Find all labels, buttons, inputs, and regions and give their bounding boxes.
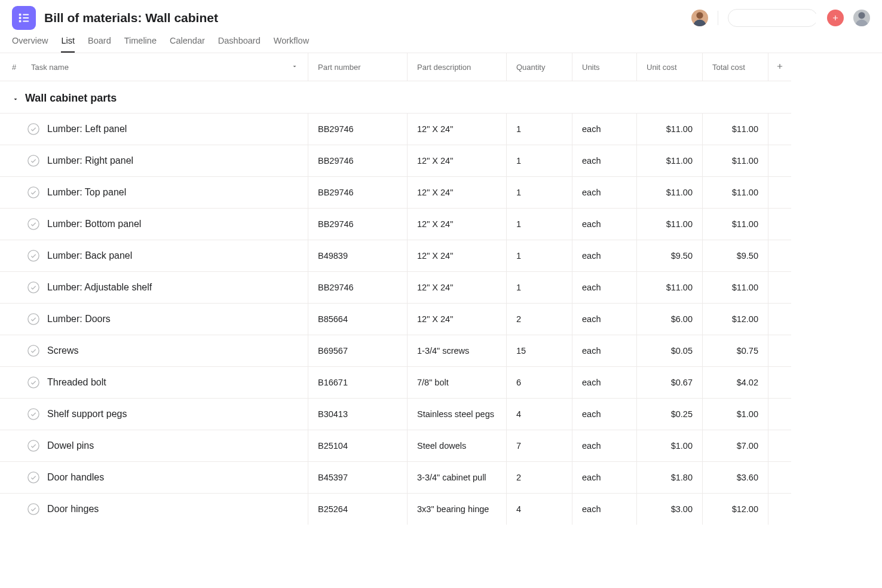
unit-cost-cell[interactable]: $11.00 xyxy=(637,176,703,208)
description-cell[interactable]: 3-3/4" cabinet pull xyxy=(408,461,507,493)
quantity-cell[interactable]: 7 xyxy=(507,430,572,461)
complete-check-icon[interactable] xyxy=(27,186,40,199)
complete-check-icon[interactable] xyxy=(27,503,40,516)
units-cell[interactable]: each xyxy=(572,176,637,208)
tab-calendar[interactable]: Calendar xyxy=(170,36,205,53)
total-cost-cell[interactable]: $12.00 xyxy=(703,303,768,335)
units-cell[interactable]: each xyxy=(572,303,637,335)
description-cell[interactable]: 12" X 24" xyxy=(408,240,507,271)
add-button[interactable] xyxy=(827,10,844,26)
column-part-number[interactable]: Part number xyxy=(308,53,408,81)
project-icon[interactable] xyxy=(12,6,36,30)
complete-check-icon[interactable] xyxy=(27,249,40,262)
task-row[interactable]: Lumber: Back panel xyxy=(0,240,308,271)
task-row[interactable]: Lumber: Right panel xyxy=(0,145,308,176)
complete-check-icon[interactable] xyxy=(27,376,40,389)
part-number-cell[interactable]: B25104 xyxy=(308,430,408,461)
complete-check-icon[interactable] xyxy=(27,122,40,136)
task-row[interactable]: Screws xyxy=(0,335,308,366)
units-cell[interactable]: each xyxy=(572,208,637,240)
part-number-cell[interactable]: BB29746 xyxy=(308,145,408,176)
total-cost-cell[interactable]: $11.00 xyxy=(703,271,768,303)
description-cell[interactable]: 3x3" bearing hinge xyxy=(408,493,507,525)
part-number-cell[interactable]: B30413 xyxy=(308,398,408,430)
complete-check-icon[interactable] xyxy=(27,281,40,294)
quantity-cell[interactable]: 1 xyxy=(507,176,572,208)
column-total-cost[interactable]: Total cost xyxy=(703,53,768,81)
quantity-cell[interactable]: 1 xyxy=(507,113,572,145)
quantity-cell[interactable]: 2 xyxy=(507,303,572,335)
task-row[interactable]: Dowel pins xyxy=(0,430,308,461)
part-number-cell[interactable]: BB29746 xyxy=(308,113,408,145)
task-row[interactable]: Lumber: Left panel xyxy=(0,113,308,145)
tab-board[interactable]: Board xyxy=(88,36,111,53)
add-column-button[interactable] xyxy=(768,53,791,81)
description-cell[interactable]: Stainless steel pegs xyxy=(408,398,507,430)
units-cell[interactable]: each xyxy=(572,335,637,366)
task-row[interactable]: Door hinges xyxy=(0,493,308,525)
quantity-cell[interactable]: 6 xyxy=(507,366,572,398)
part-number-cell[interactable]: B25264 xyxy=(308,493,408,525)
quantity-cell[interactable]: 1 xyxy=(507,271,572,303)
description-cell[interactable]: 7/8" bolt xyxy=(408,366,507,398)
complete-check-icon[interactable] xyxy=(27,471,40,484)
units-cell[interactable]: each xyxy=(572,145,637,176)
total-cost-cell[interactable]: $0.75 xyxy=(703,335,768,366)
unit-cost-cell[interactable]: $11.00 xyxy=(637,208,703,240)
part-number-cell[interactable]: B49839 xyxy=(308,240,408,271)
part-number-cell[interactable]: B69567 xyxy=(308,335,408,366)
tab-workflow[interactable]: Workflow xyxy=(274,36,309,53)
task-row[interactable]: Lumber: Doors xyxy=(0,303,308,335)
task-row[interactable]: Shelf support pegs xyxy=(0,398,308,430)
total-cost-cell[interactable]: $9.50 xyxy=(703,240,768,271)
unit-cost-cell[interactable]: $6.00 xyxy=(637,303,703,335)
column-units[interactable]: Units xyxy=(572,53,637,81)
total-cost-cell[interactable]: $12.00 xyxy=(703,493,768,525)
units-cell[interactable]: each xyxy=(572,461,637,493)
complete-check-icon[interactable] xyxy=(27,408,40,421)
total-cost-cell[interactable]: $4.02 xyxy=(703,366,768,398)
unit-cost-cell[interactable]: $11.00 xyxy=(637,271,703,303)
column-quantity[interactable]: Quantity xyxy=(507,53,572,81)
search-box[interactable] xyxy=(728,9,817,27)
total-cost-cell[interactable]: $3.60 xyxy=(703,461,768,493)
total-cost-cell[interactable]: $7.00 xyxy=(703,430,768,461)
description-cell[interactable]: 12" X 24" xyxy=(408,303,507,335)
unit-cost-cell[interactable]: $0.67 xyxy=(637,366,703,398)
units-cell[interactable]: each xyxy=(572,493,637,525)
total-cost-cell[interactable]: $11.00 xyxy=(703,145,768,176)
unit-cost-cell[interactable]: $1.00 xyxy=(637,430,703,461)
quantity-cell[interactable]: 4 xyxy=(507,493,572,525)
total-cost-cell[interactable]: $11.00 xyxy=(703,176,768,208)
unit-cost-cell[interactable]: $3.00 xyxy=(637,493,703,525)
section-header[interactable]: Wall cabinet parts xyxy=(0,81,882,113)
tab-dashboard[interactable]: Dashboard xyxy=(218,36,261,53)
units-cell[interactable]: each xyxy=(572,240,637,271)
quantity-cell[interactable]: 1 xyxy=(507,240,572,271)
unit-cost-cell[interactable]: $0.05 xyxy=(637,335,703,366)
tab-list[interactable]: List xyxy=(61,36,75,53)
column-part-description[interactable]: Part description xyxy=(408,53,507,81)
user-avatar-1[interactable] xyxy=(691,10,708,26)
task-row[interactable]: Door handles xyxy=(0,461,308,493)
unit-cost-cell[interactable]: $11.00 xyxy=(637,145,703,176)
complete-check-icon[interactable] xyxy=(27,154,40,167)
task-row[interactable]: Threaded bolt xyxy=(0,366,308,398)
quantity-cell[interactable]: 1 xyxy=(507,208,572,240)
units-cell[interactable]: each xyxy=(572,271,637,303)
part-number-cell[interactable]: B85664 xyxy=(308,303,408,335)
task-row[interactable]: Lumber: Top panel xyxy=(0,176,308,208)
total-cost-cell[interactable]: $11.00 xyxy=(703,113,768,145)
unit-cost-cell[interactable]: $9.50 xyxy=(637,240,703,271)
search-input[interactable] xyxy=(739,14,840,23)
tab-overview[interactable]: Overview xyxy=(12,36,48,53)
task-row[interactable]: Lumber: Adjustable shelf xyxy=(0,271,308,303)
description-cell[interactable]: 12" X 24" xyxy=(408,271,507,303)
part-number-cell[interactable]: B16671 xyxy=(308,366,408,398)
column-task-name[interactable]: Task name xyxy=(22,53,308,81)
complete-check-icon[interactable] xyxy=(27,344,40,357)
units-cell[interactable]: each xyxy=(572,398,637,430)
description-cell[interactable]: 12" X 24" xyxy=(408,145,507,176)
description-cell[interactable]: 12" X 24" xyxy=(408,176,507,208)
total-cost-cell[interactable]: $11.00 xyxy=(703,208,768,240)
